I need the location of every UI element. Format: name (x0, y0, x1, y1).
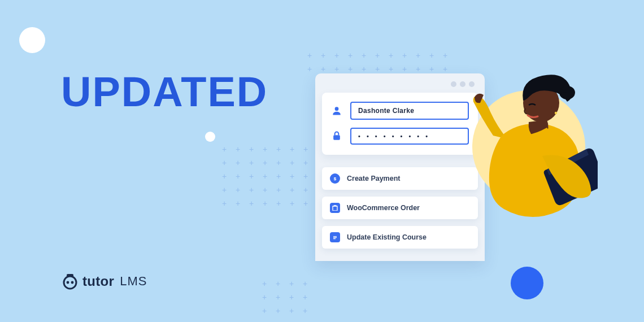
actions-list: $ Create Payment WooCommerce Order Updat… (322, 167, 478, 249)
user-icon (331, 105, 342, 116)
svg-text:$: $ (334, 176, 337, 181)
person-svg (462, 68, 598, 226)
headline: UPDATED (61, 68, 268, 116)
password-field: • • • • • • • • • (331, 128, 469, 145)
tutor-lms-logo: tutor LMS (61, 272, 147, 290)
tutor-logo-name: tutor (82, 273, 114, 289)
action-label: WooCommerce Order (347, 204, 420, 212)
tutor-logo-suffix: LMS (120, 274, 147, 289)
username-field: Dashonte Clarke (331, 102, 469, 120)
login-card: Dashonte Clarke • • • • • • • • • (322, 93, 478, 155)
doc-icon (330, 232, 340, 242)
bag-icon (330, 203, 340, 213)
app-window: Dashonte Clarke • • • • • • • • • $ Crea… (315, 73, 485, 261)
svg-point-0 (64, 276, 76, 289)
action-label: Create Payment (347, 175, 401, 182)
action-label: Update Existing Course (347, 233, 427, 241)
tutor-logo-icon (61, 272, 79, 290)
svg-rect-9 (333, 238, 336, 239)
decor-plus-grid-top: ++++++++++++++++++++++ (303, 49, 452, 76)
username-input[interactable]: Dashonte Clarke (350, 102, 469, 120)
decor-plus-grid-left: +++++++++++++++++++++++++++++++++++ (217, 142, 312, 210)
svg-point-3 (71, 281, 74, 284)
svg-rect-5 (333, 135, 340, 140)
svg-point-13 (555, 112, 557, 114)
action-woocommerce-order[interactable]: WooCommerce Order (322, 197, 478, 219)
svg-point-2 (67, 281, 69, 284)
action-update-course[interactable]: Update Existing Course (322, 226, 478, 249)
action-create-payment[interactable]: $ Create Payment (322, 167, 478, 190)
decor-plus-grid-bottom: ++++++++++++ (258, 277, 312, 317)
illustration-person (462, 68, 598, 226)
decor-circle-white-large (19, 27, 45, 53)
svg-rect-8 (333, 237, 337, 238)
svg-point-4 (335, 107, 339, 111)
svg-point-12 (551, 104, 558, 111)
svg-rect-1 (67, 274, 73, 277)
decor-circle-white-small (205, 132, 215, 142)
window-dot-icon (451, 81, 456, 87)
svg-rect-7 (333, 236, 337, 237)
lock-icon (331, 130, 342, 142)
decor-circle-blue (511, 267, 543, 299)
password-input[interactable]: • • • • • • • • • (350, 128, 469, 145)
window-controls (322, 81, 478, 93)
dollar-icon: $ (330, 173, 340, 184)
